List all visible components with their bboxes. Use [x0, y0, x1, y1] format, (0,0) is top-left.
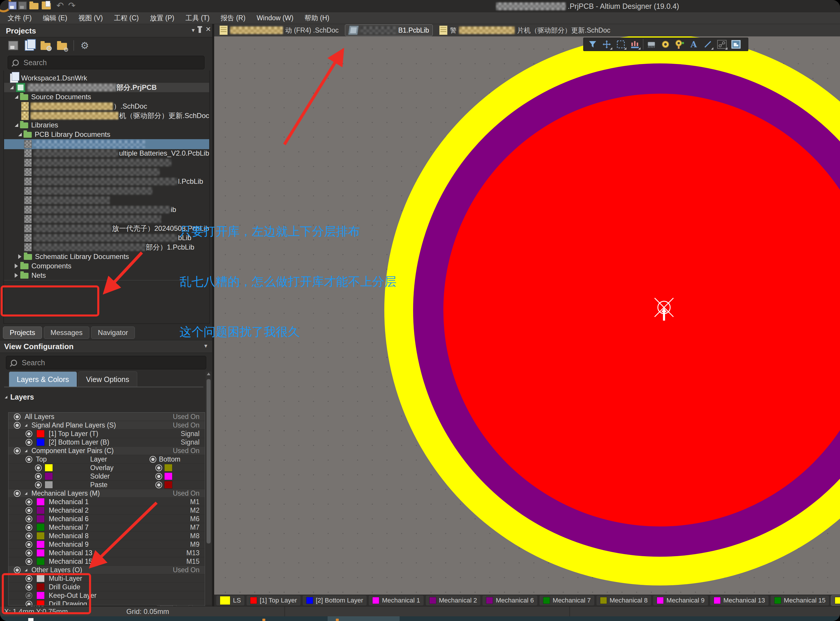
collapse-icon[interactable]	[15, 273, 18, 278]
tree-item-pcblib[interactable]	[4, 186, 209, 195]
tree-item-pcblib[interactable]: ib	[4, 205, 209, 214]
menu-edit[interactable]: 编辑 (E)	[39, 12, 71, 24]
save-button[interactable]	[8, 2, 17, 10]
expand-icon[interactable]	[15, 95, 18, 98]
tree-item-schdoc-1[interactable]: ）.SchDoc	[4, 101, 209, 111]
component-icon[interactable]	[645, 38, 658, 50]
menu-view[interactable]: 视图 (V)	[75, 12, 106, 24]
layer-tab-mech1[interactable]: Mechanical 1	[368, 595, 424, 606]
expand-icon[interactable]	[15, 123, 18, 127]
expand-icon[interactable]	[10, 86, 14, 89]
color-swatch[interactable]	[36, 549, 45, 557]
tree-item-pcb-library-documents[interactable]: PCB Library Documents	[4, 130, 209, 139]
eye-icon[interactable]	[14, 422, 21, 429]
layer-row-mech7[interactable]: Mechanical 7M7	[9, 523, 205, 532]
eye-icon[interactable]	[35, 482, 42, 488]
filter-icon[interactable]	[586, 38, 599, 50]
tree-item-schdoc-2[interactable]: 机（驱动部分）更新.SchDoc	[4, 111, 209, 120]
open-button[interactable]	[29, 2, 38, 10]
menu-window[interactable]: Window (W)	[253, 13, 297, 23]
expand-icon[interactable]	[25, 492, 27, 495]
doc-tab-schdoc-2[interactable]: 警 片机（驱动部分）更新.SchDoc	[436, 25, 614, 36]
eye-icon[interactable]	[26, 498, 32, 505]
layer-group-mechanical[interactable]: Mechanical Layers (M) Used On	[9, 489, 205, 498]
tree-item-pcblib[interactable]: ultiple Batteries_V2.0.PcbLib	[4, 148, 209, 158]
eye-icon[interactable]	[14, 447, 21, 454]
line-icon[interactable]	[702, 38, 714, 50]
layer-tab-top-overlay[interactable]: Top Overlay	[831, 595, 840, 606]
layer-row-mech2[interactable]: Mechanical 2M2	[9, 506, 205, 515]
layer-tab-mech8[interactable]: Mechanical 8	[596, 595, 652, 606]
tab-messages[interactable]: Messages	[44, 327, 89, 339]
eye-icon[interactable]	[26, 541, 32, 548]
color-swatch[interactable]	[164, 481, 172, 489]
align-icon[interactable]	[629, 38, 641, 50]
tab-projects[interactable]: Projects	[3, 327, 42, 339]
eye-icon[interactable]	[14, 566, 21, 573]
color-swatch[interactable]	[36, 541, 45, 548]
color-swatch[interactable]	[45, 464, 53, 471]
menu-help[interactable]: 帮助 (H)	[301, 12, 333, 24]
pin-icon[interactable]	[199, 27, 201, 33]
panel-menu-icon[interactable]: ▼	[191, 27, 196, 33]
tree-item-pcblib[interactable]	[4, 214, 209, 224]
color-swatch[interactable]	[164, 473, 172, 480]
eye-icon[interactable]	[155, 465, 162, 471]
doc-tab-schdoc-1[interactable]: 动 (FR4) .SchDoc	[216, 25, 342, 36]
tree-item-pcblib[interactable]: 部分）1.PcbLib	[4, 242, 209, 252]
undo-button[interactable]: ↶	[56, 2, 64, 10]
layer-tab-ls[interactable]: LS	[216, 595, 245, 606]
tree-item-workspace[interactable]: Workspace1.DsnWrk	[4, 73, 209, 83]
layer-tab-mech13[interactable]: Mechanical 13	[710, 595, 769, 606]
color-swatch[interactable]	[36, 438, 45, 446]
layer-row-mech15[interactable]: Mechanical 15M15	[9, 557, 205, 566]
eye-icon[interactable]	[14, 490, 21, 497]
pad-icon[interactable]	[659, 38, 671, 50]
compare-documents-icon[interactable]	[25, 40, 34, 51]
color-swatch[interactable]	[45, 473, 53, 480]
layer-tab-mech15[interactable]: Mechanical 15	[770, 595, 829, 606]
eye-icon[interactable]	[155, 482, 162, 488]
layer-row-bottom[interactable]: [2] Bottom Layer (B) Signal	[9, 438, 205, 447]
tree-item-pcblib-selected[interactable]	[4, 139, 209, 149]
tab-view-options[interactable]: View Options	[78, 371, 137, 387]
layer-tab-mech9[interactable]: Mechanical 9	[653, 595, 708, 606]
folder-settings-icon[interactable]: ⚙	[57, 43, 67, 50]
eye-icon[interactable]	[35, 465, 42, 471]
menu-tools[interactable]: 工具 (T)	[182, 12, 213, 24]
eye-icon[interactable]	[26, 516, 32, 523]
eye-icon[interactable]	[26, 439, 32, 446]
select-icon[interactable]	[615, 38, 627, 50]
layers-scrollbar[interactable]	[206, 371, 211, 605]
layer-tab-mech7[interactable]: Mechanical 7	[539, 595, 595, 606]
color-swatch[interactable]	[36, 524, 45, 531]
move-icon[interactable]	[600, 38, 613, 50]
layer-group-all[interactable]: All Layers Used On	[9, 412, 205, 421]
expand-icon[interactable]	[25, 450, 27, 452]
tree-item-pcblib[interactable]	[4, 167, 209, 177]
expand-icon[interactable]	[25, 569, 27, 571]
redo-button[interactable]: ↷	[68, 2, 76, 10]
tree-item-schematic-library-documents[interactable]: Schematic Library Documents	[4, 252, 209, 261]
layer-group-component-pairs[interactable]: Component Layer Pairs (C) Used On	[9, 447, 205, 455]
eye-icon[interactable]	[26, 550, 32, 556]
taskbar-icon[interactable]	[262, 619, 265, 621]
project-options-icon[interactable]: ⚙	[81, 41, 89, 50]
layer-pair-paste[interactable]: Paste	[9, 481, 205, 489]
tab-navigator[interactable]: Navigator	[91, 327, 135, 339]
scrollbar-thumb[interactable]	[207, 379, 211, 544]
collapse-icon[interactable]	[15, 264, 18, 268]
layer-row-mech9[interactable]: Mechanical 9M9	[9, 540, 205, 549]
layer-group-signal[interactable]: Signal And Plane Layers (S) Used On	[9, 421, 205, 430]
color-swatch[interactable]	[36, 532, 45, 540]
eye-icon[interactable]	[26, 430, 32, 437]
color-swatch[interactable]	[36, 515, 45, 523]
menu-project[interactable]: 工程 (C)	[111, 12, 142, 24]
layer-tab-mech6[interactable]: Mechanical 6	[482, 595, 538, 606]
view-config-search-input[interactable]	[21, 358, 178, 367]
tree-item-pcblib[interactable]: bLib	[4, 233, 209, 242]
tree-item-nets[interactable]: Nets	[4, 271, 209, 280]
tree-item-source-documents[interactable]: Source Documents	[4, 92, 209, 101]
color-swatch[interactable]	[36, 506, 45, 514]
tab-layers-colors[interactable]: Layers & Colors	[9, 371, 77, 387]
